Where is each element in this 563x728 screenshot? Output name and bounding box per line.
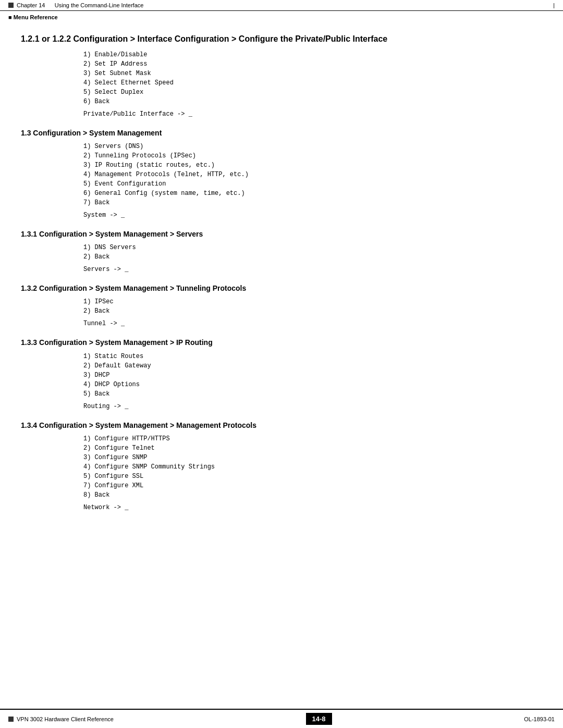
footer-doc-title: VPN 3002 Hardware Client Reference bbox=[17, 716, 114, 722]
section-133-title: 1.3.3 Configuration > System Management … bbox=[21, 338, 542, 347]
chapter-info: Chapter 14 Using the Command-Line Interf… bbox=[17, 2, 143, 8]
section-131-prompt: Servers -> _ bbox=[83, 266, 542, 273]
menu-reference-label: ■ Menu Reference bbox=[0, 11, 563, 23]
section-133-code: 1) Static Routes 2) Default Gateway 3) D… bbox=[83, 352, 542, 399]
section-121-122-code: 1) Enable/Disable 2) Set IP Address 3) S… bbox=[83, 50, 542, 106]
section-131-code: 1) DNS Servers 2) Back bbox=[83, 243, 542, 262]
footer-left: VPN 3002 Hardware Client Reference bbox=[8, 716, 114, 722]
section-132-code: 1) IPSec 2) Back bbox=[83, 297, 542, 316]
section-121-122-prompt: Private/Public Interface -> _ bbox=[83, 110, 542, 118]
section-133-prompt: Routing -> _ bbox=[83, 403, 542, 410]
chapter-title: Using the Command-Line Interface bbox=[55, 2, 144, 8]
section-134-code: 1) Configure HTTP/HTTPS 2) Configure Tel… bbox=[83, 434, 542, 500]
section-132: 1.3.2 Configuration > System Management … bbox=[21, 283, 542, 327]
footer-page-number: 14-8 bbox=[306, 713, 332, 725]
footer-doc-id: OL-1893-01 bbox=[524, 716, 555, 722]
chapter-number: Chapter 14 bbox=[17, 2, 45, 8]
menu-reference-text: ■ Menu Reference bbox=[8, 14, 58, 20]
section-13: 1.3 Configuration > System Management 1)… bbox=[21, 128, 542, 219]
section-132-prompt: Tunnel -> _ bbox=[83, 320, 542, 327]
section-134: 1.3.4 Configuration > System Management … bbox=[21, 421, 542, 511]
main-content: 1.2.1 or 1.2.2 Configuration > Interface… bbox=[0, 23, 563, 549]
section-131-title: 1.3.1 Configuration > System Management … bbox=[21, 229, 542, 239]
section-13-code: 1) Servers (DNS) 2) Tunneling Protocols … bbox=[83, 142, 542, 207]
section-131: 1.3.1 Configuration > System Management … bbox=[21, 229, 542, 273]
section-13-prompt: System -> _ bbox=[83, 212, 542, 219]
header-icon bbox=[8, 3, 14, 8]
footer-icon bbox=[8, 717, 14, 722]
footer: VPN 3002 Hardware Client Reference 14-8 … bbox=[0, 709, 563, 728]
header-right: | bbox=[553, 2, 555, 8]
header-bar: Chapter 14 Using the Command-Line Interf… bbox=[0, 0, 563, 11]
section-13-title: 1.3 Configuration > System Management bbox=[21, 128, 542, 138]
section-133: 1.3.3 Configuration > System Management … bbox=[21, 338, 542, 410]
header-left: Chapter 14 Using the Command-Line Interf… bbox=[8, 2, 143, 8]
section-134-title: 1.3.4 Configuration > System Management … bbox=[21, 421, 542, 430]
section-134-prompt: Network -> _ bbox=[83, 504, 542, 511]
section-132-title: 1.3.2 Configuration > System Management … bbox=[21, 283, 542, 293]
section-121-122-title: 1.2.1 or 1.2.2 Configuration > Interface… bbox=[21, 34, 542, 45]
section-121-122: 1.2.1 or 1.2.2 Configuration > Interface… bbox=[21, 34, 542, 118]
